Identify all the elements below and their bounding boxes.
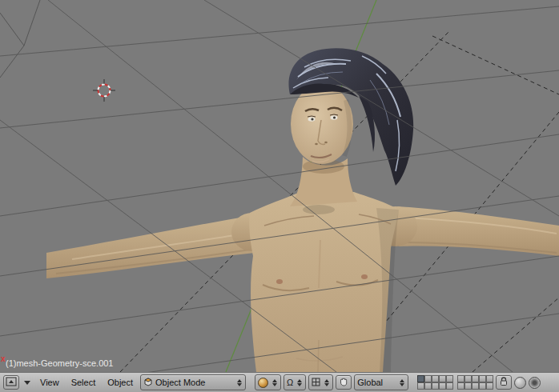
layer-button[interactable] <box>479 375 486 382</box>
layer-button[interactable] <box>439 375 446 382</box>
dropdown-arrows-icon <box>296 379 303 386</box>
layer-button[interactable] <box>464 382 472 390</box>
viewport-scene <box>0 0 559 372</box>
mode-dropdown-label: Object Mode <box>155 378 233 387</box>
header-collapse-icon[interactable] <box>24 381 30 385</box>
dropdown-arrows-icon <box>398 379 405 386</box>
layer-button[interactable] <box>424 382 432 390</box>
mode-dropdown[interactable]: Object Mode <box>140 374 246 390</box>
layer-button[interactable] <box>472 375 479 382</box>
viewport-3d[interactable]: x (1)mesh-Geometry-sce.001 <box>0 0 559 372</box>
layer-button[interactable] <box>479 382 486 390</box>
layer-button[interactable] <box>417 382 424 390</box>
blender-window: x (1)mesh-Geometry-sce.001 View Select O… <box>0 0 559 392</box>
pivot-dropdown[interactable]: Ω <box>284 374 306 390</box>
pivot-omega-icon: Ω <box>287 378 293 387</box>
layer-button[interactable] <box>417 375 424 382</box>
lock-button[interactable] <box>496 375 512 390</box>
layer-button[interactable] <box>464 375 472 382</box>
shaded-sphere-icon <box>258 378 268 388</box>
layer-button[interactable] <box>432 375 439 382</box>
manipulator-dropdown[interactable] <box>308 374 333 390</box>
layer-button[interactable] <box>446 382 453 390</box>
layer-buttons <box>417 375 493 390</box>
layer-button[interactable] <box>432 382 439 390</box>
axis-x-marker: x <box>1 355 6 363</box>
grid-cross-icon <box>312 375 320 390</box>
layer-button[interactable] <box>446 375 453 382</box>
dropdown-arrows-icon <box>323 379 330 386</box>
draw-type-dropdown[interactable] <box>255 374 281 390</box>
orientation-dropdown[interactable]: Global <box>354 374 408 390</box>
hand-icon <box>339 377 348 389</box>
dropdown-arrows-icon <box>271 379 278 386</box>
layer-button[interactable] <box>486 382 493 390</box>
menu-object[interactable]: Object <box>103 378 138 387</box>
viewport-header: View Select Object Object Mode Ω <box>0 372 559 392</box>
editor-type-icon <box>6 377 17 389</box>
render-button-ring[interactable] <box>514 377 526 389</box>
layer-button[interactable] <box>486 375 493 382</box>
layer-button[interactable] <box>439 382 446 390</box>
layer-button[interactable] <box>457 382 464 390</box>
padlock-icon <box>499 376 509 389</box>
layer-button[interactable] <box>472 382 479 390</box>
layer-button[interactable] <box>457 375 464 382</box>
hand-tool-button[interactable] <box>336 375 352 390</box>
menu-view[interactable]: View <box>35 378 64 387</box>
object-mode-icon <box>143 375 153 390</box>
layer-button[interactable] <box>424 375 432 382</box>
menu-select[interactable]: Select <box>66 378 101 387</box>
dropdown-arrows-icon <box>235 379 243 386</box>
orientation-dropdown-label: Global <box>357 378 396 387</box>
editor-type-button[interactable] <box>3 375 19 390</box>
active-object-label: (1)mesh-Geometry-sce.001 <box>6 358 114 368</box>
render-button-dot[interactable] <box>529 377 541 389</box>
